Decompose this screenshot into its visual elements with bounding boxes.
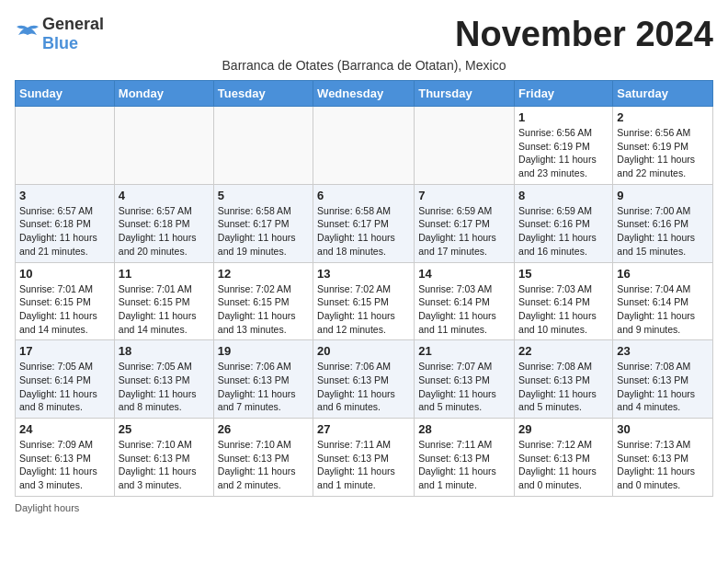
day-number: 7 — [418, 189, 510, 202]
day-info: Sunrise: 7:12 AM Sunset: 6:13 PM Dayligh… — [518, 438, 609, 492]
calendar-body: 1Sunrise: 6:56 AM Sunset: 6:19 PM Daylig… — [16, 107, 713, 497]
calendar-day-cell: 29Sunrise: 7:12 AM Sunset: 6:13 PM Dayli… — [515, 419, 613, 497]
day-info: Sunrise: 7:05 AM Sunset: 6:13 PM Dayligh… — [119, 360, 210, 414]
day-number: 17 — [19, 344, 110, 358]
day-number: 15 — [518, 267, 609, 281]
day-number: 9 — [617, 189, 709, 202]
day-info: Sunrise: 6:56 AM Sunset: 6:19 PM Dayligh… — [617, 126, 709, 180]
calendar-day-cell: 8Sunrise: 6:59 AM Sunset: 6:16 PM Daylig… — [515, 184, 613, 262]
month-title: November 2024 — [455, 15, 713, 54]
calendar-day-cell: 22Sunrise: 7:08 AM Sunset: 6:13 PM Dayli… — [515, 340, 613, 419]
calendar-day-cell: 14Sunrise: 7:03 AM Sunset: 6:14 PM Dayli… — [415, 262, 515, 340]
day-number: 27 — [317, 422, 410, 436]
day-info: Sunrise: 7:11 AM Sunset: 6:13 PM Dayligh… — [317, 438, 410, 492]
day-number: 19 — [218, 344, 309, 358]
calendar-day-cell: 30Sunrise: 7:13 AM Sunset: 6:13 PM Dayli… — [613, 419, 713, 497]
day-info: Sunrise: 7:03 AM Sunset: 6:14 PM Dayligh… — [418, 282, 510, 337]
calendar-day-cell: 21Sunrise: 7:07 AM Sunset: 6:13 PM Dayli… — [415, 340, 515, 419]
day-number: 3 — [19, 189, 110, 202]
logo-blue: Blue — [42, 34, 78, 52]
calendar-header-friday: Friday — [515, 81, 613, 107]
day-info: Sunrise: 6:58 AM Sunset: 6:17 PM Dayligh… — [218, 204, 309, 259]
day-info: Sunrise: 7:01 AM Sunset: 6:15 PM Dayligh… — [19, 282, 110, 337]
day-number: 4 — [119, 189, 210, 202]
day-info: Sunrise: 6:59 AM Sunset: 6:17 PM Dayligh… — [418, 204, 510, 259]
calendar-day-cell — [313, 107, 415, 185]
day-number: 13 — [317, 267, 410, 281]
calendar-day-cell: 15Sunrise: 7:03 AM Sunset: 6:14 PM Dayli… — [515, 262, 613, 340]
day-info: Sunrise: 6:58 AM Sunset: 6:17 PM Dayligh… — [317, 204, 410, 259]
calendar-day-cell: 12Sunrise: 7:02 AM Sunset: 6:15 PM Dayli… — [213, 262, 313, 340]
header: General Blue November 2024 — [15, 15, 713, 54]
calendar-day-cell — [213, 107, 313, 185]
day-info: Sunrise: 7:02 AM Sunset: 6:15 PM Dayligh… — [218, 282, 309, 337]
calendar-week-row: 10Sunrise: 7:01 AM Sunset: 6:15 PM Dayli… — [16, 262, 713, 340]
calendar-day-cell: 16Sunrise: 7:04 AM Sunset: 6:14 PM Dayli… — [613, 262, 713, 340]
calendar-day-cell: 10Sunrise: 7:01 AM Sunset: 6:15 PM Dayli… — [16, 262, 115, 340]
calendar-day-cell: 19Sunrise: 7:06 AM Sunset: 6:13 PM Dayli… — [213, 340, 313, 419]
day-number: 12 — [218, 267, 309, 281]
day-number: 16 — [617, 267, 709, 281]
calendar-day-cell: 1Sunrise: 6:56 AM Sunset: 6:19 PM Daylig… — [515, 107, 613, 185]
logo: General Blue — [15, 15, 104, 53]
day-number: 10 — [19, 267, 110, 281]
logo-general: General — [42, 15, 104, 33]
calendar-day-cell: 6Sunrise: 6:58 AM Sunset: 6:17 PM Daylig… — [313, 184, 415, 262]
day-info: Sunrise: 7:05 AM Sunset: 6:14 PM Dayligh… — [19, 360, 110, 414]
day-info: Sunrise: 7:08 AM Sunset: 6:13 PM Dayligh… — [617, 360, 709, 414]
day-info: Sunrise: 6:57 AM Sunset: 6:18 PM Dayligh… — [19, 204, 110, 259]
calendar-week-row: 3Sunrise: 6:57 AM Sunset: 6:18 PM Daylig… — [16, 184, 713, 262]
day-number: 5 — [218, 189, 309, 202]
day-number: 24 — [19, 422, 110, 436]
day-info: Sunrise: 7:10 AM Sunset: 6:13 PM Dayligh… — [218, 438, 309, 492]
calendar-week-row: 17Sunrise: 7:05 AM Sunset: 6:14 PM Dayli… — [16, 340, 713, 419]
calendar-day-cell: 23Sunrise: 7:08 AM Sunset: 6:13 PM Dayli… — [613, 340, 713, 419]
day-number: 25 — [119, 422, 210, 436]
calendar-header-row: SundayMondayTuesdayWednesdayThursdayFrid… — [16, 81, 713, 107]
day-number: 29 — [518, 422, 609, 436]
day-info: Sunrise: 7:03 AM Sunset: 6:14 PM Dayligh… — [518, 282, 609, 337]
day-info: Sunrise: 6:59 AM Sunset: 6:16 PM Dayligh… — [518, 204, 609, 259]
calendar-day-cell: 9Sunrise: 7:00 AM Sunset: 6:16 PM Daylig… — [613, 184, 713, 262]
day-number: 14 — [418, 267, 510, 281]
day-number: 11 — [119, 267, 210, 281]
day-number: 2 — [617, 110, 709, 124]
calendar-day-cell: 24Sunrise: 7:09 AM Sunset: 6:13 PM Dayli… — [16, 419, 115, 497]
calendar-day-cell: 3Sunrise: 6:57 AM Sunset: 6:18 PM Daylig… — [16, 184, 115, 262]
calendar-day-cell: 4Sunrise: 6:57 AM Sunset: 6:18 PM Daylig… — [114, 184, 213, 262]
calendar-day-cell: 18Sunrise: 7:05 AM Sunset: 6:13 PM Dayli… — [114, 340, 213, 419]
calendar-header-saturday: Saturday — [613, 81, 713, 107]
calendar-week-row: 24Sunrise: 7:09 AM Sunset: 6:13 PM Dayli… — [16, 419, 713, 497]
day-info: Sunrise: 7:13 AM Sunset: 6:13 PM Dayligh… — [617, 438, 709, 492]
calendar-day-cell: 5Sunrise: 6:58 AM Sunset: 6:17 PM Daylig… — [213, 184, 313, 262]
calendar-header-wednesday: Wednesday — [313, 81, 415, 107]
calendar-header-tuesday: Tuesday — [213, 81, 313, 107]
day-number: 23 — [617, 344, 709, 358]
calendar-day-cell: 20Sunrise: 7:06 AM Sunset: 6:13 PM Dayli… — [313, 340, 415, 419]
day-number: 8 — [518, 189, 609, 202]
calendar-header-thursday: Thursday — [415, 81, 515, 107]
day-number: 22 — [518, 344, 609, 358]
day-info: Sunrise: 6:57 AM Sunset: 6:18 PM Dayligh… — [119, 204, 210, 259]
calendar-day-cell: 7Sunrise: 6:59 AM Sunset: 6:17 PM Daylig… — [415, 184, 515, 262]
day-info: Sunrise: 7:07 AM Sunset: 6:13 PM Dayligh… — [418, 360, 510, 414]
day-info: Sunrise: 7:06 AM Sunset: 6:13 PM Dayligh… — [317, 360, 410, 414]
calendar-day-cell: 2Sunrise: 6:56 AM Sunset: 6:19 PM Daylig… — [613, 107, 713, 185]
day-number: 28 — [418, 422, 510, 436]
day-info: Sunrise: 7:11 AM Sunset: 6:13 PM Dayligh… — [418, 438, 510, 492]
day-number: 1 — [518, 110, 609, 124]
calendar-table: SundayMondayTuesdayWednesdayThursdayFrid… — [15, 80, 713, 497]
calendar-day-cell: 25Sunrise: 7:10 AM Sunset: 6:13 PM Dayli… — [114, 419, 213, 497]
day-info: Sunrise: 7:10 AM Sunset: 6:13 PM Dayligh… — [119, 438, 210, 492]
day-info: Sunrise: 7:08 AM Sunset: 6:13 PM Dayligh… — [518, 360, 609, 414]
calendar-header-sunday: Sunday — [16, 81, 115, 107]
calendar-day-cell: 28Sunrise: 7:11 AM Sunset: 6:13 PM Dayli… — [415, 419, 515, 497]
day-info: Sunrise: 7:04 AM Sunset: 6:14 PM Dayligh… — [617, 282, 709, 337]
day-number: 6 — [317, 189, 410, 202]
day-number: 18 — [119, 344, 210, 358]
calendar-day-cell: 17Sunrise: 7:05 AM Sunset: 6:14 PM Dayli… — [16, 340, 115, 419]
footer-note: Daylight hours — [15, 502, 713, 513]
logo-bird-icon — [15, 24, 40, 44]
calendar-day-cell — [415, 107, 515, 185]
calendar-day-cell — [114, 107, 213, 185]
